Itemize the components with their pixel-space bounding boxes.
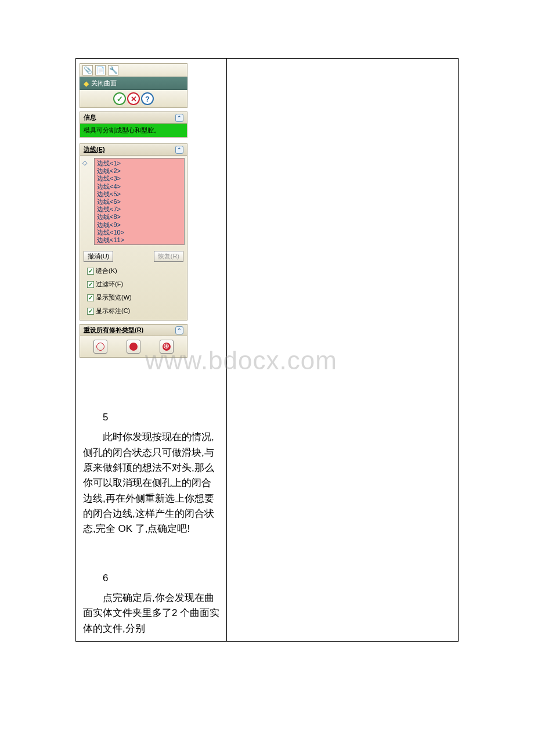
tab-config-icon[interactable]: 🔧 xyxy=(108,65,118,75)
checkbox-knit-label: 缝合(K) xyxy=(96,267,117,275)
layout-table: 📎 📄 🔧 ◆ 关闭曲面 ✓ ✕ ? 信息 ⌃ 模具可分割成型心和型腔。 边线(… xyxy=(75,58,459,642)
checkbox-preview-icon: ✓ xyxy=(87,294,94,301)
edges-section-body: ◇ 边线<1>边线<2>边线<3>边线<4>边线<5>边线<6>边线<7>边线<… xyxy=(80,156,187,321)
step-5-number: 5 xyxy=(83,410,221,425)
checkbox-filter-label: 过滤环(F) xyxy=(96,280,123,289)
edge-item[interactable]: 边线<6> xyxy=(97,198,182,206)
checkbox-callout-label: 显示标注(C) xyxy=(96,307,130,315)
step-6-text: 点完确定后,你会发现在曲面实体文件夹里多了2 个曲面实体的文件,分别 xyxy=(83,591,221,636)
repair-fill-button[interactable] xyxy=(127,340,140,354)
close-surface-icon: ◆ xyxy=(84,80,89,88)
circle-filled-icon xyxy=(129,343,138,351)
checkbox-preview-label: 显示预览(W) xyxy=(96,293,132,302)
edge-item[interactable]: 边线<10> xyxy=(97,229,182,236)
globe-icon xyxy=(163,343,171,351)
checkbox-knit-icon: ✓ xyxy=(87,268,94,275)
checkbox-callout-row[interactable]: ✓ 显示标注(C) xyxy=(82,304,185,318)
step-5-block: 5 此时你发现按现在的情况,侧孔的闭合状态只可做滑块,与原来做斜顶的想法不对头,… xyxy=(76,404,226,542)
collapse-info-icon[interactable]: ⌃ xyxy=(175,114,183,122)
confirm-row: ✓ ✕ ? xyxy=(80,90,187,108)
step-6-block: 6 点完确定后,你会发现在曲面实体文件夹里多了2 个曲面实体的文件,分别 xyxy=(76,565,226,641)
info-header-label: 信息 xyxy=(84,113,96,122)
edge-item[interactable]: 边线<7> xyxy=(97,206,182,213)
repair-section-header: 重设所有修补类型(R) ⌃ xyxy=(80,324,187,336)
edge-item[interactable]: 边线<12> xyxy=(97,244,182,245)
tab-property-icon[interactable]: 📄 xyxy=(95,65,106,75)
repair-none-button[interactable] xyxy=(93,340,107,354)
checkbox-knit-row[interactable]: ✓ 缝合(K) xyxy=(82,264,185,278)
checkbox-callout-icon: ✓ xyxy=(87,308,94,315)
collapse-edges-icon[interactable]: ⌃ xyxy=(175,146,183,154)
checkbox-filter-row[interactable]: ✓ 过滤环(F) xyxy=(82,278,185,291)
panel-title-bar: ◆ 关闭曲面 xyxy=(80,77,187,90)
edges-listbox[interactable]: 边线<1>边线<2>边线<3>边线<4>边线<5>边线<6>边线<7>边线<8>… xyxy=(94,158,185,245)
edge-item[interactable]: 边线<9> xyxy=(97,221,182,229)
info-message: 模具可分割成型心和型腔。 xyxy=(80,124,187,138)
tab-feature-icon[interactable]: 📎 xyxy=(82,65,93,75)
step-5-text: 此时你发现按现在的情况,侧孔的闭合状态只可做滑块,与原来做斜顶的想法不对头,那么… xyxy=(83,430,221,537)
left-column: 📎 📄 🔧 ◆ 关闭曲面 ✓ ✕ ? 信息 ⌃ 模具可分割成型心和型腔。 边线(… xyxy=(76,59,227,642)
panel-title: 关闭曲面 xyxy=(91,79,117,88)
tab-strip: 📎 📄 🔧 xyxy=(80,63,187,77)
circle-outline-icon xyxy=(96,343,104,351)
right-column xyxy=(226,59,458,642)
edge-item[interactable]: 边线<5> xyxy=(97,190,182,198)
cancel-button[interactable]: ✕ xyxy=(127,92,140,105)
undo-button[interactable]: 撤消(U) xyxy=(84,251,113,262)
property-panel: 📎 📄 🔧 ◆ 关闭曲面 ✓ ✕ ? 信息 ⌃ 模具可分割成型心和型腔。 边线(… xyxy=(80,63,187,358)
info-section-header: 信息 ⌃ xyxy=(80,111,187,124)
checkbox-preview-row[interactable]: ✓ 显示预览(W) xyxy=(82,291,185,304)
edge-item[interactable]: 边线<3> xyxy=(97,175,182,182)
ok-button[interactable]: ✓ xyxy=(113,92,126,105)
checkbox-filter-icon: ✓ xyxy=(87,281,94,288)
collapse-repair-icon[interactable]: ⌃ xyxy=(175,326,183,334)
edges-header-label: 边线(E) xyxy=(84,145,105,154)
edge-item[interactable]: 边线<4> xyxy=(97,183,182,190)
edges-section-header: 边线(E) ⌃ xyxy=(80,143,187,156)
step-6-number: 6 xyxy=(83,571,221,586)
help-button[interactable]: ? xyxy=(141,92,154,105)
edge-item[interactable]: 边线<11> xyxy=(97,236,182,244)
repair-tangent-button[interactable] xyxy=(160,340,174,354)
repair-header-label: 重设所有修补类型(R) xyxy=(84,326,143,334)
edge-item[interactable]: 边线<8> xyxy=(97,213,182,221)
edge-select-icon: ◇ xyxy=(82,159,92,168)
repair-section-body xyxy=(80,336,187,358)
redo-button: 恢复(R) xyxy=(154,251,183,262)
edge-item[interactable]: 边线<2> xyxy=(97,167,182,175)
edge-item[interactable]: 边线<1> xyxy=(97,160,182,167)
